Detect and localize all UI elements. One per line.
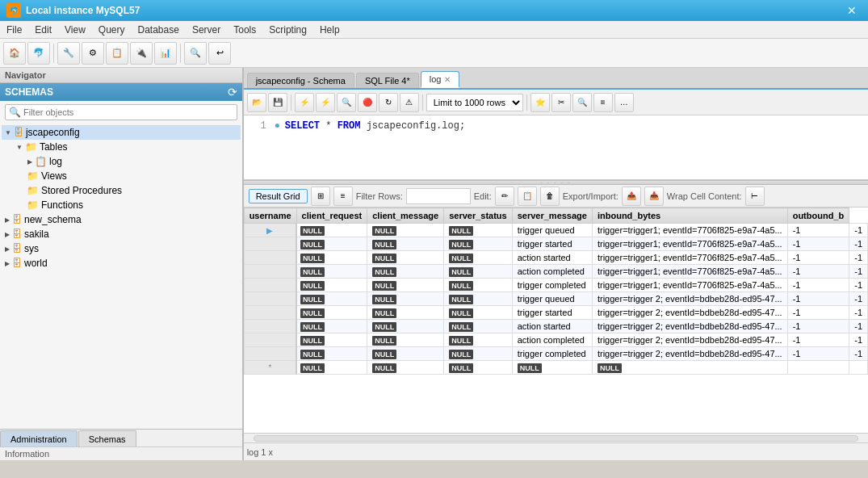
col-header-server-message[interactable]: server_message (512, 208, 592, 224)
result-form-icon[interactable]: ≡ (333, 187, 353, 206)
schemas-refresh-icon[interactable]: ⟳ (228, 86, 237, 99)
menu-edit[interactable]: Edit (28, 23, 58, 37)
tree-table-log[interactable]: ▶ 📋 log (2, 154, 241, 169)
toolbar-btn-4[interactable]: 📋 (106, 42, 128, 65)
filter-rows-input[interactable] (406, 188, 471, 204)
cell-client_message: NULL (444, 237, 513, 251)
sql-open-btn[interactable]: 📂 (247, 93, 266, 112)
horizontal-scrollbar[interactable] (244, 433, 868, 442)
menu-query[interactable]: Query (92, 23, 132, 37)
cell-client_message: NULL (444, 361, 513, 375)
filter-rows-label: Filter Rows: (356, 191, 403, 201)
cell-username: NULL (296, 347, 367, 361)
sql-context-btn[interactable]: ≡ (593, 93, 613, 112)
export-btn[interactable]: 📤 (622, 187, 641, 206)
null-badge: NULL (372, 254, 396, 263)
cell-server_status: trigger completed (512, 347, 592, 361)
toolbar-create-schema[interactable]: 🐬 (27, 42, 50, 65)
tree-schema-world[interactable]: ▶ 🗄 world (2, 256, 241, 270)
tab-log[interactable]: log ✕ (421, 71, 460, 88)
cell-client_request: NULL (367, 292, 444, 306)
result-grid-icon[interactable]: ⊞ (311, 187, 330, 206)
cell-username: NULL (296, 265, 367, 279)
sql-explain-btn[interactable]: 🔍 (337, 93, 356, 112)
schema-label: jscapeconfig (26, 127, 80, 138)
tree-folder-procedures[interactable]: 📁 Stored Procedures (2, 183, 241, 198)
null-badge: NULL (300, 240, 325, 249)
functions-icon: 📁 (27, 199, 39, 211)
navigator-header: Navigator (0, 68, 242, 83)
menu-view[interactable]: View (58, 23, 92, 37)
sql-execute-btn[interactable]: ⚡ (295, 93, 314, 112)
tree-folder-tables[interactable]: ▼ 📁 Tables (2, 140, 241, 154)
window-close-button[interactable]: ✕ (842, 2, 862, 19)
tab-sql-file[interactable]: SQL File 4* (356, 73, 419, 88)
toolbar-btn-3[interactable]: ⚙ (82, 42, 104, 65)
sql-search-btn[interactable]: 🔍 (572, 93, 592, 112)
sql-error-btn[interactable]: ⚠ (400, 93, 419, 112)
edit-delete-btn[interactable]: 🗑 (540, 187, 560, 206)
data-table-wrapper[interactable]: username client_request client_message s… (244, 208, 868, 433)
col-header-inbound-bytes[interactable]: inbound_bytes (592, 208, 787, 224)
cell-client_request: NULL (367, 251, 444, 265)
tree-schema-jscapeconfig[interactable]: ▼ 🗄 jscapeconfig (2, 125, 241, 140)
cell-username: NULL (296, 320, 367, 333)
sql-more-btn[interactable]: … (614, 93, 634, 112)
main-layout: Navigator SCHEMAS ⟳ 🔍 ▼ 🗄 jscapeconfig ▼… (0, 68, 868, 460)
toolbar-btn-7[interactable]: 🔍 (184, 42, 207, 65)
filter-input[interactable] (23, 107, 233, 117)
sql-stop-btn[interactable]: 🔴 (358, 93, 377, 112)
tab-administration[interactable]: Administration (0, 430, 78, 447)
toolbar-btn-8[interactable]: ↩ (208, 42, 231, 65)
menu-scripting[interactable]: Scripting (262, 23, 313, 37)
edit-pencil-btn[interactable]: ✏ (495, 187, 514, 206)
content-area: jscapeconfig - Schema SQL File 4* log ✕ … (244, 68, 868, 460)
result-grid-tab[interactable]: Result Grid (249, 189, 308, 203)
col-header-outbound-b[interactable]: outbound_b (787, 208, 849, 224)
wrap-btn[interactable]: ⊢ (745, 187, 765, 206)
tree-schema-new[interactable]: ▶ 🗄 new_schema (2, 212, 241, 227)
tree-schema-sys[interactable]: ▶ 🗄 sys (2, 241, 241, 256)
views-icon: 📁 (27, 170, 39, 182)
col-header-username[interactable]: username (244, 208, 296, 224)
procedures-icon: 📁 (27, 185, 39, 196)
tree-folder-functions[interactable]: 📁 Functions (2, 198, 241, 212)
menu-server[interactable]: Server (186, 23, 227, 37)
sql-refresh-btn[interactable]: ↻ (379, 93, 398, 112)
cell-client_request: NULL (367, 320, 444, 333)
col-header-server-status[interactable]: server_status (444, 208, 513, 224)
sql-format-btn[interactable]: ✂ (551, 93, 571, 112)
toolbar-btn-5[interactable]: 🔌 (130, 42, 153, 65)
col-header-client-request[interactable]: client_request (296, 208, 367, 224)
toolbar-new-connection[interactable]: 🏠 (3, 42, 26, 65)
filter-box[interactable]: 🔍 (5, 104, 237, 120)
sql-editor[interactable]: 1 ● SELECT * FROM jscapeconfig.log; (244, 115, 868, 180)
sql-bookmark-btn[interactable]: ⭐ (530, 93, 550, 112)
sql-save-btn[interactable]: 💾 (268, 93, 287, 112)
import-btn[interactable]: 📥 (644, 187, 664, 206)
cell-server_message: trigger=trigger1; eventId=7706f825-e9a7-… (592, 224, 787, 237)
menu-tools[interactable]: Tools (227, 23, 262, 37)
scroll-track[interactable] (254, 435, 858, 442)
filter-search-icon: 🔍 (9, 107, 21, 118)
tree-folder-views[interactable]: 📁 Views (2, 169, 241, 183)
edit-import-btn[interactable]: 📋 (518, 187, 537, 206)
menu-database[interactable]: Database (132, 23, 186, 37)
table-row: *NULLNULLNULLNULLNULL (244, 361, 867, 375)
limit-select[interactable]: Limit to 1000 rows Limit to 200 rows Lim… (426, 94, 523, 111)
toolbar-btn-2[interactable]: 🔧 (57, 42, 80, 65)
sql-execute-current-btn[interactable]: ⚡ (316, 93, 335, 112)
views-label: Views (41, 170, 67, 182)
cell-client_message: NULL (444, 279, 513, 292)
expand-icon: ▼ (16, 144, 23, 151)
toolbar-btn-6[interactable]: 📊 (154, 42, 177, 65)
col-header-client-message[interactable]: client_message (367, 208, 444, 224)
cell-outbound_b: -1 (849, 333, 868, 347)
menu-help[interactable]: Help (313, 23, 346, 37)
tab-jscapeconfig-schema[interactable]: jscapeconfig - Schema (247, 73, 354, 88)
tab-schemas[interactable]: Schemas (78, 430, 136, 447)
tree-schema-sakila[interactable]: ▶ 🗄 sakila (2, 227, 241, 241)
tab-close-icon[interactable]: ✕ (444, 75, 451, 84)
wrap-label: Wrap Cell Content: (667, 191, 742, 201)
menu-file[interactable]: File (0, 23, 28, 37)
